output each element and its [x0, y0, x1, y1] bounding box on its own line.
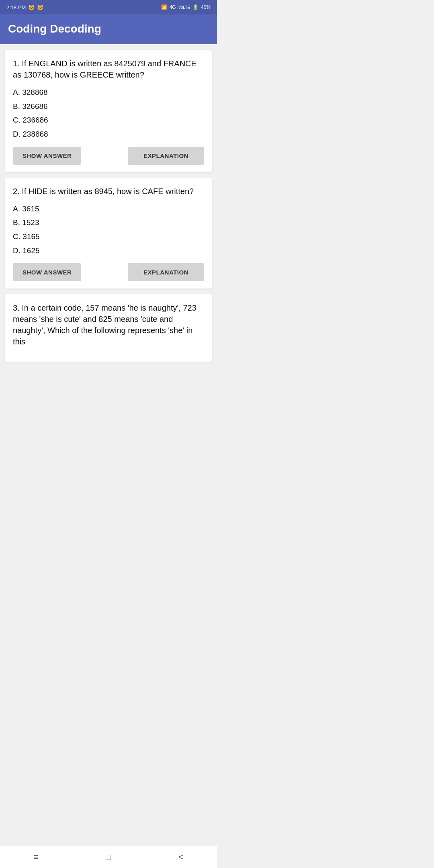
status-bar: 2:18 PM 🐱 🐱 📶 4G VoLTE 🔋 40%	[0, 0, 217, 14]
option-2d: D. 1625	[13, 246, 204, 256]
option-1d: D. 238868	[13, 129, 204, 139]
question-text-3: 3. In a certain code, 157 means 'he is n…	[13, 302, 204, 347]
option-2b: B. 1523	[13, 218, 204, 228]
question-card-1: 1. If ENGLAND is written as 8425079 and …	[5, 50, 212, 172]
notification-icon-2: 🐱	[37, 4, 43, 10]
card-buttons-2: SHOW ANSWER EXPLANATION	[13, 263, 204, 281]
option-1a: A. 328868	[13, 88, 204, 98]
options-2: A. 3615 B. 1523 C. 3165 D. 1625	[13, 204, 204, 256]
question-card-3: 3. In a certain code, 157 means 'he is n…	[5, 294, 212, 362]
network-type: 4G	[170, 4, 176, 10]
time-display: 2:18 PM	[6, 4, 26, 10]
signal-icon: 📶	[161, 4, 167, 10]
option-2a: A. 3615	[13, 204, 204, 214]
app-header: Coding Decoding	[0, 14, 217, 44]
notification-icon: 🐱	[28, 4, 35, 10]
page-title: Coding Decoding	[8, 23, 101, 35]
show-answer-button-1[interactable]: SHOW ANSWER	[13, 147, 81, 165]
status-bar-right: 📶 4G VoLTE 🔋 40%	[161, 4, 211, 10]
volte-icon: VoLTE	[178, 5, 190, 10]
options-1: A. 328868 B. 326686 C. 236686 D. 238868	[13, 88, 204, 139]
show-answer-button-2[interactable]: SHOW ANSWER	[13, 263, 81, 281]
battery-level: 40%	[201, 4, 211, 10]
question-card-2: 2. If HIDE is written as 8945, how is CA…	[5, 178, 212, 289]
status-bar-left: 2:18 PM 🐱 🐱	[6, 4, 43, 10]
content-area: 1. If ENGLAND is written as 8425079 and …	[0, 44, 217, 367]
card-buttons-1: SHOW ANSWER EXPLANATION	[13, 147, 204, 165]
option-2c: C. 3165	[13, 232, 204, 242]
option-1b: B. 326686	[13, 102, 204, 112]
battery-icon: 🔋	[192, 4, 199, 10]
option-1c: C. 236686	[13, 115, 204, 125]
question-text-1: 1. If ENGLAND is written as 8425079 and …	[13, 58, 204, 80]
explanation-button-2[interactable]: EXPLANATION	[128, 263, 204, 281]
question-text-2: 2. If HIDE is written as 8945, how is CA…	[13, 186, 204, 197]
explanation-button-1[interactable]: EXPLANATION	[128, 147, 204, 165]
